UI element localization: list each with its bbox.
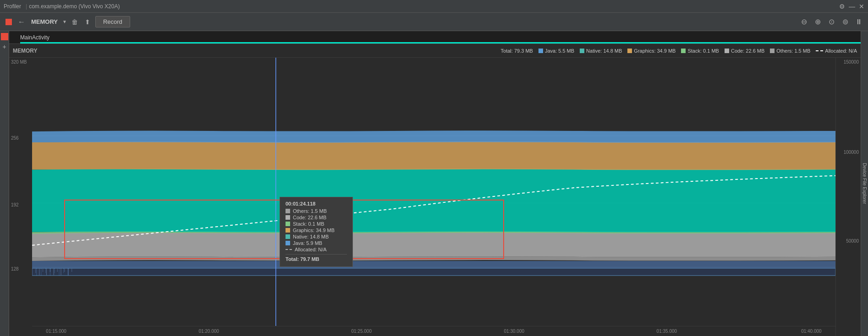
total-value: Total: 79.3 MB (501, 48, 533, 54)
back-icon[interactable]: ← (16, 17, 27, 27)
tooltip-stack-row: Stack: 0.1 MB (286, 221, 347, 227)
export-icon[interactable]: ⬆ (82, 17, 93, 27)
right-axis-50k: 50000 (846, 238, 859, 244)
y-axis-256: 256 (11, 135, 19, 141)
allocated-legend-label: Allocated: N/A (825, 48, 857, 54)
time-tick-0: 01:15.000 (46, 329, 66, 334)
code-legend-dot (725, 49, 729, 53)
plus-icon[interactable]: + (2, 43, 6, 50)
stack-legend-dot (681, 49, 686, 53)
java-legend: Java: 5.5 MB (538, 48, 574, 54)
graphics-legend-dot (627, 49, 632, 53)
activity-timeline (20, 42, 861, 43)
tooltip-others-label: Others: 1.5 MB (293, 208, 327, 214)
tooltip-java-label: Java: 5.9 MB (293, 240, 322, 246)
settings-icon[interactable]: ⚙ (839, 3, 845, 10)
tooltip-stack-label: Stack: 0.1 MB (293, 221, 324, 227)
memory-tooltip: 00:01:24.118 Others: 1.5 MB Code: 22.6 M… (280, 197, 353, 267)
file-explorer-tab[interactable]: Device File Explorer (861, 31, 868, 336)
tooltip-time: 00:01:24.118 (286, 201, 347, 206)
tooltip-graphics-dot (286, 228, 290, 233)
title-bar-icons: ⚙ — ✕ (839, 3, 864, 10)
java-legend-dot (538, 49, 543, 53)
main-area: + MainActivity MEMORY Total: 79.3 MB Jav… (0, 31, 868, 336)
time-tick-3: 01:30.000 (504, 329, 525, 334)
others-legend: Others: 1.5 MB (770, 48, 810, 54)
left-panel: + (0, 31, 9, 336)
profiler-title: Profiler (4, 3, 21, 10)
code-legend: Code: 22.6 MB (725, 48, 764, 54)
tooltip-total-row: Total: 79.7 MB (286, 254, 347, 262)
title-bar: Profiler | com.example.demo (Vivo Vivo X… (0, 0, 868, 13)
time-tick-5: 01:40.000 (801, 329, 822, 334)
delete-icon[interactable]: 🗑 (70, 17, 80, 27)
record-button[interactable]: Record (95, 16, 130, 27)
memory-header: MEMORY Total: 79.3 MB Java: 5.5 MB Nativ… (9, 44, 861, 58)
tooltip-stack-dot (286, 222, 290, 226)
y-axis: 320 MB 256 192 128 (9, 58, 32, 336)
tooltip-allocated-dot (286, 249, 292, 250)
tooltip-native-row: Native: 14.8 MB (286, 234, 347, 239)
tooltip-graphics-row: Graphics: 34.9 MB (286, 228, 347, 233)
right-axis-100k: 100000 (844, 150, 859, 155)
y-axis-320: 320 MB (11, 60, 27, 65)
activity-bar: MainActivity (9, 31, 861, 44)
zoom-actual-icon[interactable]: ⊚ (840, 16, 851, 27)
right-axis-150k: 150000 (844, 60, 859, 65)
tooltip-allocated-row: Allocated: N/A (286, 247, 347, 252)
y-axis-192: 192 (11, 202, 19, 207)
svg-rect-5 (32, 261, 835, 268)
title-separator: | (26, 3, 27, 10)
toolbar: ← MEMORY ▼ 🗑 ⬆ Record ⊖ ⊕ ⊙ ⊚ ⏸ (0, 13, 868, 31)
pause-icon[interactable]: ⏸ (853, 16, 864, 27)
stop-icon[interactable] (4, 17, 14, 27)
tooltip-java-dot (286, 241, 290, 245)
tooltip-java-row: Java: 5.9 MB (286, 240, 347, 246)
tooltip-allocated-label: Allocated: N/A (295, 247, 327, 252)
graphics-legend: Graphics: 34.9 MB (627, 48, 676, 54)
zoom-fit-icon[interactable]: ⊙ (826, 16, 837, 27)
chart-canvas[interactable]: 00:01:24.118 Others: 1.5 MB Code: 22.6 M… (32, 58, 835, 336)
others-legend-dot (770, 49, 775, 53)
tooltip-code-dot (286, 215, 290, 220)
memory-dropdown-icon[interactable]: ▼ (62, 19, 67, 24)
zoom-out-icon[interactable]: ⊖ (798, 16, 809, 27)
y-axis-128: 128 (11, 266, 19, 271)
right-y-axis: 150000 100000 50000 (835, 58, 861, 336)
time-tick-1: 01:20.000 (198, 329, 219, 334)
activity-name: MainActivity (20, 34, 49, 41)
tooltip-native-dot (286, 234, 290, 239)
minimize-icon[interactable]: — (849, 3, 855, 10)
tooltip-others-row: Others: 1.5 MB (286, 208, 347, 214)
others-legend-label: Others: 1.5 MB (776, 48, 810, 54)
time-axis: 01:15.000 01:20.000 01:25.000 01:30.000 … (32, 326, 835, 336)
time-tick-4: 01:35.000 (657, 329, 677, 334)
memory-label: MEMORY (31, 18, 58, 25)
stack-legend-label: Stack: 0.1 MB (687, 48, 719, 54)
toolbar-right-icons: ⊖ ⊕ ⊙ ⊚ ⏸ (798, 16, 864, 27)
svg-rect-0 (5, 19, 12, 25)
package-title: com.example.demo (Vivo Vivo X20A) (29, 3, 120, 10)
record-indicator (1, 33, 8, 40)
tooltip-native-label: Native: 14.8 MB (293, 234, 329, 239)
native-legend-label: Native: 14.8 MB (586, 48, 622, 54)
java-legend-label: Java: 5.5 MB (545, 48, 574, 54)
code-legend-label: Code: 22.6 MB (731, 48, 764, 54)
close-icon[interactable]: ✕ (859, 3, 864, 10)
memory-section-label: MEMORY (13, 48, 38, 54)
allocated-legend: Allocated: N/A (816, 48, 857, 54)
time-tick-2: 01:25.000 (351, 329, 372, 334)
stack-legend: Stack: 0.1 MB (681, 48, 719, 54)
native-legend-dot (580, 49, 584, 53)
tooltip-total-label: Total: 79.7 MB (286, 256, 319, 262)
memory-chart-svg (32, 58, 835, 336)
tooltip-graphics-label: Graphics: 34.9 MB (293, 228, 335, 233)
chart-area[interactable]: MainActivity MEMORY Total: 79.3 MB Java:… (9, 31, 861, 336)
tooltip-code-row: Code: 22.6 MB (286, 215, 347, 220)
file-explorer-label: Device File Explorer (862, 163, 867, 204)
tooltip-others-dot (286, 209, 290, 213)
chart-svg-container[interactable]: 320 MB 256 192 128 (9, 58, 861, 336)
native-legend: Native: 14.8 MB (580, 48, 622, 54)
tooltip-code-label: Code: 22.6 MB (293, 215, 326, 220)
zoom-in-icon[interactable]: ⊕ (812, 16, 823, 27)
